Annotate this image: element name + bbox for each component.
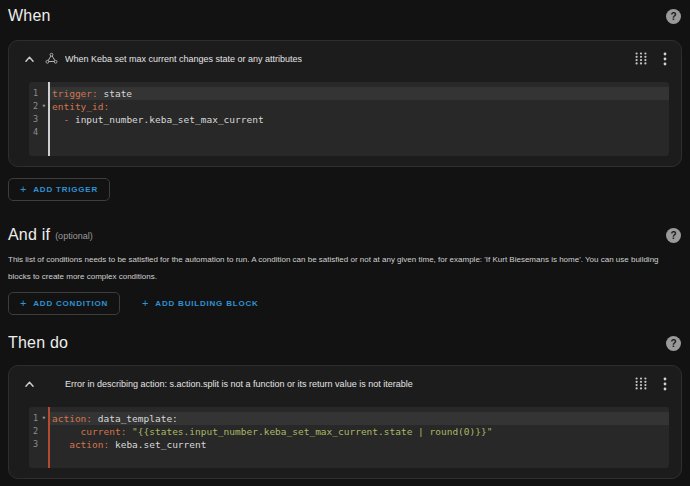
code-text: trigger: state (48, 87, 669, 100)
trigger-card: When Keba set max current changes state … (8, 40, 682, 167)
automation-editor-page: When ? When Keba set max current changes… (0, 0, 690, 486)
code-line: 3 - input_number.keba_set_max_current (29, 113, 669, 126)
code-text: action: keba.set_current (48, 438, 669, 451)
action-card: Error in describing action: s.action.spl… (8, 365, 682, 479)
line-number: 3 (29, 438, 48, 451)
add-trigger-button[interactable]: + ADD TRIGGER (8, 178, 110, 201)
action-card-title: Error in describing action: s.action.spl… (65, 379, 413, 389)
trigger-yaml-editor[interactable]: 1trigger: state2▾entity_id:3 - input_num… (29, 82, 669, 156)
code-line: 1▾action: data_template: (29, 412, 669, 425)
add-condition-label: ADD CONDITION (33, 299, 108, 308)
andif-section-header: And if (optional) ? (0, 226, 690, 244)
code-text: - input_number.keba_set_max_current (48, 113, 669, 126)
fold-chevron-icon[interactable]: ▾ (42, 100, 46, 112)
andif-help-icon[interactable]: ? (666, 228, 681, 243)
action-card-header: Error in describing action: s.action.spl… (9, 366, 681, 401)
drag-handle-icon[interactable] (635, 377, 647, 390)
code-line: 1trigger: state (29, 87, 669, 100)
code-line: 3 action: keba.set_current (29, 438, 669, 451)
when-heading: When (8, 7, 51, 25)
code-line: 4 (29, 126, 669, 139)
add-condition-button[interactable]: + ADD CONDITION (8, 292, 120, 315)
code-line: 2 current: "{{states.input_number.keba_s… (29, 425, 669, 438)
thendo-section-header: Then do ? (0, 334, 690, 352)
plus-icon: + (20, 183, 27, 195)
optional-label: (optional) (55, 231, 93, 241)
code-line: 2▾entity_id: (29, 100, 669, 113)
add-trigger-label: ADD TRIGGER (33, 185, 98, 194)
add-building-block-label: ADD BUILDING BLOCK (155, 299, 258, 308)
code-text: entity_id: (48, 100, 669, 113)
trigger-card-header: When Keba set max current changes state … (9, 41, 681, 76)
drag-handle-icon[interactable] (635, 52, 647, 65)
collapse-chevron-icon[interactable] (19, 49, 39, 69)
line-number: 1▾ (29, 412, 48, 425)
andif-heading: And if (8, 226, 50, 244)
collapse-chevron-icon[interactable] (19, 374, 39, 394)
conditions-description: This list of conditions needs to be sati… (8, 251, 682, 285)
line-number: 2 (29, 425, 48, 438)
line-number: 4 (29, 126, 48, 139)
code-text (48, 126, 669, 139)
when-section-header: When ? (0, 0, 690, 25)
thendo-help-icon[interactable]: ? (666, 336, 681, 351)
overflow-menu-icon[interactable] (663, 377, 667, 391)
line-number: 3 (29, 113, 48, 126)
plus-icon: + (20, 297, 27, 309)
plus-icon: + (142, 297, 149, 309)
overflow-menu-icon[interactable] (663, 52, 667, 66)
action-yaml-editor[interactable]: 1▾action: data_template:2 current: "{{st… (29, 407, 669, 468)
code-text: action: data_template: (48, 412, 669, 425)
when-help-icon[interactable]: ? (666, 9, 681, 24)
line-number: 1 (29, 87, 48, 100)
thendo-heading: Then do (8, 334, 68, 352)
fold-chevron-icon[interactable]: ▾ (42, 412, 46, 424)
line-number: 2▾ (29, 100, 48, 113)
code-text: current: "{{states.input_number.keba_set… (48, 425, 669, 438)
add-building-block-button[interactable]: + ADD BUILDING BLOCK (132, 292, 269, 315)
trigger-card-title: When Keba set max current changes state … (65, 54, 302, 64)
state-trigger-icon (45, 52, 58, 65)
